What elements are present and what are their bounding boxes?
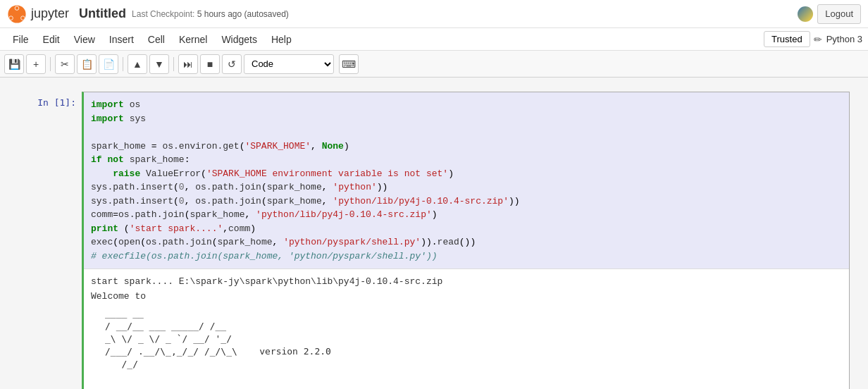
menu-kernel[interactable]: Kernel (172, 31, 214, 48)
cut-cell-button[interactable]: ✂ (55, 54, 75, 74)
menu-cell[interactable]: Cell (141, 31, 172, 48)
menu-edit[interactable]: Edit (36, 31, 67, 48)
logout-button[interactable]: Logout (817, 4, 861, 24)
pencil-icon[interactable]: ✏ (814, 34, 822, 45)
cell-type-select[interactable]: Code Markdown Raw NBConvert Heading (244, 54, 334, 74)
jupyter-logo: jupyter (7, 4, 72, 24)
stop-button[interactable]: ■ (200, 54, 220, 74)
step-button[interactable]: ⏭ (178, 54, 198, 74)
menu-view[interactable]: View (67, 31, 102, 48)
topbar: jupyter Untitled Last Checkpoint: 5 hour… (0, 0, 868, 28)
cell-prompt: In [1]: (18, 92, 82, 389)
paste-cell-button[interactable]: 📄 (99, 54, 118, 74)
menubar: File Edit View Insert Cell Kernel Widget… (0, 28, 868, 51)
add-cell-button[interactable]: + (26, 54, 46, 74)
checkpoint-info: Last Checkpoint: 5 hours ago (autosaved) (132, 9, 289, 19)
move-up-button[interactable]: ▲ (128, 54, 147, 74)
menu-insert[interactable]: Insert (102, 31, 141, 48)
svg-point-2 (21, 16, 25, 20)
svg-point-1 (15, 6, 19, 10)
app-name: jupyter (31, 6, 69, 21)
menu-file[interactable]: File (6, 31, 36, 48)
svg-point-3 (9, 16, 13, 20)
restart-button[interactable]: ↺ (222, 54, 242, 74)
menu-help[interactable]: Help (264, 31, 299, 48)
cell-input[interactable]: import os import sys spark_home = os.env… (84, 92, 849, 269)
jupyter-icon (7, 4, 27, 24)
menu-widgets[interactable]: Widgets (214, 31, 264, 48)
kernel-info: Python 3 (826, 34, 862, 44)
save-button[interactable]: 💾 (4, 54, 24, 74)
copy-cell-button[interactable]: 📋 (77, 54, 97, 74)
main-content: In [1]: import os import sys spark_home … (0, 78, 868, 389)
spark-ascii: ____ __ / __/__ ___ _____/ /__ _\ \/ _ \… (105, 307, 842, 371)
python-icon (798, 6, 813, 22)
cell-body[interactable]: import os import sys spark_home = os.env… (82, 92, 850, 389)
cell-container: In [1]: import os import sys spark_home … (18, 92, 850, 389)
trusted-button[interactable]: Trusted (764, 31, 810, 47)
notebook-title[interactable]: Untitled (79, 6, 126, 21)
keyboard-shortcuts-button[interactable]: ⌨ (339, 54, 359, 74)
cell-output: start spark.... E:\spark-jy\spark\python… (84, 269, 849, 389)
move-down-button[interactable]: ▼ (149, 54, 169, 74)
toolbar: 💾 + ✂ 📋 📄 ▲ ▼ ⏭ ■ ↺ Code Markdown Raw NB… (0, 51, 868, 78)
